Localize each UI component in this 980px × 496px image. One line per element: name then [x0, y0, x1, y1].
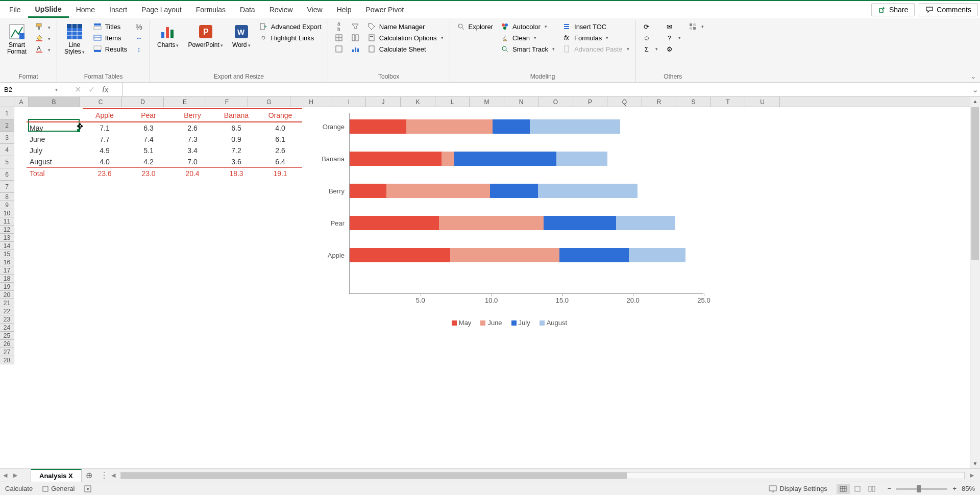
row-head-24[interactable]: 24 — [0, 324, 14, 332]
ribbon-collapse-button[interactable]: ⌄ — [971, 73, 976, 80]
row-head-11[interactable]: 11 — [0, 217, 14, 226]
row-head-7[interactable]: 7 — [0, 181, 14, 193]
row-head-10[interactable]: 10 — [0, 209, 14, 217]
tab-upslide[interactable]: UpSlide — [28, 2, 69, 18]
row-head-19[interactable]: 19 — [0, 283, 14, 291]
col-head-C[interactable]: C — [80, 97, 122, 107]
tab-help[interactable]: Help — [330, 3, 359, 17]
row-head-20[interactable]: 20 — [0, 291, 14, 299]
vertical-scrollbar[interactable]: ▲ ▼ — [970, 97, 980, 468]
col-head-D[interactable]: D — [122, 97, 164, 107]
row-head-6[interactable]: 6 — [0, 168, 14, 181]
column-headers[interactable]: ABCDEFGHIJKLMNOPQRSTU — [0, 97, 970, 107]
tab-nav-next[interactable]: ▶ — [10, 469, 20, 482]
cells-area[interactable]: ✥ ApplePearBerryBananaOrangeMay7.16.32.6… — [14, 107, 970, 468]
tab-home[interactable]: Home — [69, 3, 102, 17]
zoom-level[interactable]: 85% — [962, 485, 975, 492]
tab-file[interactable]: File — [2, 3, 28, 17]
col-head-N[interactable]: N — [504, 97, 538, 107]
row-head-15[interactable]: 15 — [0, 250, 14, 258]
clean-button[interactable]: Clean — [498, 33, 557, 43]
row-head-26[interactable]: 26 — [0, 340, 14, 348]
formula-expand[interactable]: ⌄ — [970, 83, 980, 96]
tab-formulas[interactable]: Formulas — [189, 3, 233, 17]
col-head-U[interactable]: U — [745, 97, 780, 107]
row-head-16[interactable]: 16 — [0, 258, 14, 266]
view-normal[interactable] — [837, 484, 850, 494]
items-button[interactable]: Items — [91, 33, 129, 43]
oth-1[interactable]: ⟳ — [640, 21, 660, 32]
height-button[interactable]: ↕ — [132, 44, 145, 54]
explorer-button[interactable]: Explorer — [454, 21, 495, 32]
tb-btn-1[interactable]: ab — [332, 21, 346, 32]
highlight-links-button[interactable]: Highlight Links — [257, 33, 324, 43]
add-sheet-button[interactable]: ⊕ — [82, 469, 97, 482]
row-headers[interactable]: 1234567891011121314151617181920212223242… — [0, 107, 14, 364]
col-head-F[interactable]: F — [206, 97, 248, 107]
tb-btn-4[interactable] — [349, 21, 362, 32]
oth-6[interactable]: ⚙ — [663, 44, 683, 54]
percent-button[interactable]: % — [132, 21, 145, 32]
oth-7[interactable] — [686, 21, 706, 32]
display-settings-button[interactable]: Display Settings — [769, 485, 827, 492]
calc-options-button[interactable]: Calculation Options — [365, 33, 446, 43]
tb-btn-5[interactable] — [349, 33, 362, 43]
tb-btn-3[interactable] — [332, 44, 346, 54]
tab-review[interactable]: Review — [262, 3, 300, 17]
col-head-G[interactable]: G — [248, 97, 290, 107]
tab-view[interactable]: View — [300, 3, 330, 17]
hscroll-left[interactable]: ◀ — [108, 472, 118, 479]
col-head-B[interactable]: B — [29, 97, 80, 107]
row-head-9[interactable]: 9 — [0, 201, 14, 209]
zoom-in[interactable]: + — [952, 485, 957, 492]
tab-data[interactable]: Data — [233, 3, 262, 17]
powerpoint-button[interactable]: P PowerPoint — [185, 21, 226, 49]
tab-power-pivot[interactable]: Power Pivot — [358, 3, 411, 17]
row-head-22[interactable]: 22 — [0, 307, 14, 315]
embedded-chart[interactable]: OrangeBananaBerryPearApple5.010.015.020.… — [310, 111, 708, 331]
scroll-down-arrow[interactable]: ▼ — [970, 459, 980, 468]
row-head-12[interactable]: 12 — [0, 226, 14, 234]
oth-3[interactable]: Σ — [640, 44, 660, 54]
calc-sheet-button[interactable]: Calculate Sheet — [365, 44, 446, 54]
zoom-out[interactable]: − — [888, 485, 892, 492]
font-color-button[interactable]: A — [33, 44, 53, 54]
oth-2[interactable]: ☺ — [640, 33, 660, 43]
smart-format-button[interactable]: Smart Format — [4, 21, 30, 56]
row-head-5[interactable]: 5 — [0, 156, 14, 168]
row-head-8[interactable]: 8 — [0, 193, 14, 201]
macro-record-icon[interactable] — [84, 485, 92, 493]
word-button[interactable]: W Word — [229, 21, 254, 49]
tab-insert[interactable]: Insert — [102, 3, 134, 17]
charts-button[interactable]: Charts — [154, 21, 182, 49]
name-manager-button[interactable]: Name Manager — [365, 21, 446, 32]
view-page-layout[interactable] — [851, 484, 864, 494]
scroll-thumb[interactable] — [971, 107, 979, 260]
col-head-R[interactable]: R — [642, 97, 676, 107]
share-button[interactable]: Share — [871, 3, 915, 16]
advanced-export-button[interactable]: Advanced Export — [257, 21, 324, 32]
zoom-slider[interactable] — [896, 488, 947, 490]
cancel-formula-icon[interactable]: ✕ — [75, 85, 81, 94]
format-paint-button[interactable] — [33, 21, 53, 32]
row-head-21[interactable]: 21 — [0, 299, 14, 307]
insert-toc-button[interactable]: Insert TOC — [560, 21, 631, 32]
col-head-E[interactable]: E — [164, 97, 206, 107]
col-head-H[interactable]: H — [290, 97, 332, 107]
col-head-P[interactable]: P — [573, 97, 607, 107]
row-head-27[interactable]: 27 — [0, 348, 14, 356]
oth-4[interactable]: ✉ — [663, 21, 683, 32]
col-head-I[interactable]: I — [332, 97, 366, 107]
row-head-17[interactable]: 17 — [0, 266, 14, 275]
col-head-T[interactable]: T — [711, 97, 745, 107]
width-button[interactable]: ↔ — [132, 33, 145, 43]
fx-button[interactable]: fx — [102, 85, 108, 94]
titles-button[interactable]: Titles — [91, 21, 129, 32]
col-head-A[interactable]: A — [14, 97, 29, 107]
row-head-23[interactable]: 23 — [0, 315, 14, 324]
col-head-Q[interactable]: Q — [607, 97, 642, 107]
accept-formula-icon[interactable]: ✓ — [88, 85, 95, 94]
col-head-K[interactable]: K — [401, 97, 435, 107]
fill-color-button[interactable] — [33, 33, 53, 43]
advanced-paste-button[interactable]: Advanced Paste — [560, 44, 631, 54]
